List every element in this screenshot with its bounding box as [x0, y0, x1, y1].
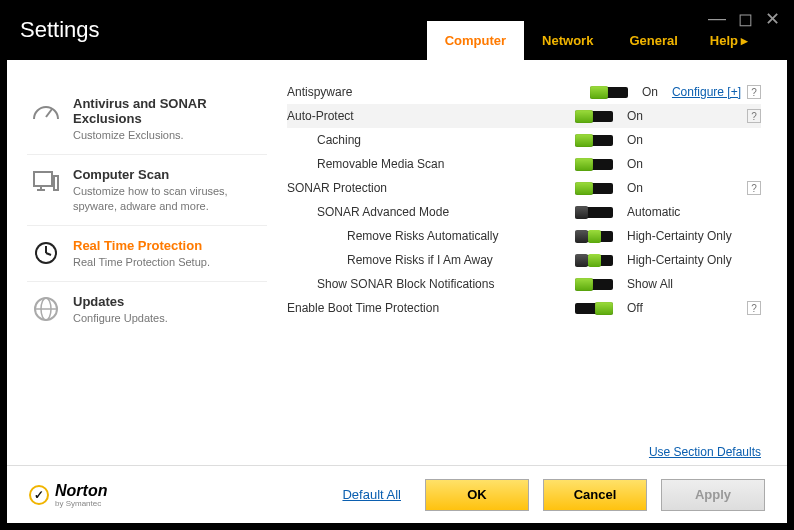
row-remove-away: Remove Risks if I Am Away High-Certainty… — [287, 248, 761, 272]
setting-label: Show SONAR Block Notifications — [287, 277, 575, 291]
toggle-caching[interactable] — [575, 135, 613, 146]
check-icon: ✓ — [29, 485, 49, 505]
row-sonar: SONAR Protection On ? — [287, 176, 761, 200]
toggle-remove-away[interactable] — [575, 255, 613, 266]
titlebar: Settings — ◻ ✕ Computer Network General … — [0, 0, 794, 60]
tab-general[interactable]: General — [611, 21, 695, 60]
ok-button[interactable]: OK — [425, 479, 529, 511]
sidebar-item-title: Antivirus and SONAR Exclusions — [73, 96, 263, 126]
footer: ✓ Norton by Symantec Default All OK Canc… — [7, 465, 787, 523]
setting-value: On — [627, 109, 747, 123]
tab-network[interactable]: Network — [524, 21, 611, 60]
clock-icon — [31, 238, 61, 268]
setting-label: Removable Media Scan — [287, 157, 575, 171]
setting-value: On — [627, 181, 747, 195]
brand-name: Norton — [55, 482, 107, 500]
svg-rect-2 — [54, 176, 58, 190]
tab-help-label: Help — [710, 33, 738, 48]
toggle-autoprotect[interactable] — [575, 111, 613, 122]
row-boot: Enable Boot Time Protection Off ? — [287, 296, 761, 320]
row-removable: Removable Media Scan On — [287, 152, 761, 176]
sidebar-item-computer-scan[interactable]: Computer Scan Customize how to scan viru… — [27, 155, 267, 226]
setting-label: Caching — [287, 133, 575, 147]
tab-bar: Computer Network General Help▸ — [427, 21, 754, 60]
tab-computer[interactable]: Computer — [427, 21, 524, 60]
setting-value: High-Certainty Only — [627, 229, 747, 243]
tab-help[interactable]: Help▸ — [696, 21, 754, 60]
toggle-sonar-adv[interactable] — [575, 207, 613, 218]
sidebar-item-title: Real Time Protection — [73, 238, 210, 253]
apply-button[interactable]: Apply — [661, 479, 765, 511]
body: Antivirus and SONAR Exclusions Customize… — [7, 60, 787, 465]
help-icon[interactable]: ? — [747, 85, 761, 99]
help-icon[interactable]: ? — [747, 109, 761, 123]
setting-value: On — [627, 133, 747, 147]
globe-icon — [31, 294, 61, 324]
row-sonar-adv: SONAR Advanced Mode Automatic — [287, 200, 761, 224]
close-icon[interactable]: ✕ — [765, 8, 780, 30]
content: Antivirus and SONAR Exclusions Customize… — [7, 60, 787, 523]
cancel-button[interactable]: Cancel — [543, 479, 647, 511]
row-show-block: Show SONAR Block Notifications Show All — [287, 272, 761, 296]
setting-value: On — [642, 85, 672, 99]
chevron-right-icon: ▸ — [741, 33, 748, 48]
setting-label: Auto-Protect — [287, 109, 575, 123]
setting-label: Enable Boot Time Protection — [287, 301, 575, 315]
setting-label: Remove Risks if I Am Away — [287, 253, 575, 267]
gauge-icon — [31, 96, 61, 126]
sidebar: Antivirus and SONAR Exclusions Customize… — [7, 60, 277, 465]
setting-value: Off — [627, 301, 747, 315]
sidebar-item-desc: Configure Updates. — [73, 311, 168, 325]
sidebar-item-title: Updates — [73, 294, 168, 309]
toggle-boot[interactable] — [575, 303, 613, 314]
row-autoprotect: Auto-Protect On ? — [287, 104, 761, 128]
page-title: Settings — [20, 17, 100, 43]
use-section-defaults-link[interactable]: Use Section Defaults — [649, 445, 761, 459]
sidebar-item-title: Computer Scan — [73, 167, 263, 182]
setting-label: Remove Risks Automatically — [287, 229, 575, 243]
setting-label: SONAR Advanced Mode — [287, 205, 575, 219]
svg-rect-1 — [34, 172, 52, 186]
toggle-antispyware[interactable] — [590, 87, 628, 98]
row-caching: Caching On — [287, 128, 761, 152]
sidebar-item-exclusions[interactable]: Antivirus and SONAR Exclusions Customize… — [27, 84, 267, 155]
sidebar-item-desc: Real Time Protection Setup. — [73, 255, 210, 269]
sidebar-item-updates[interactable]: Updates Configure Updates. — [27, 282, 267, 338]
sidebar-item-desc: Customize how to scan viruses, spyware, … — [73, 184, 263, 213]
toggle-remove-auto[interactable] — [575, 231, 613, 242]
sidebar-item-realtime[interactable]: Real Time Protection Real Time Protectio… — [27, 226, 267, 282]
setting-label: Antispyware — [287, 85, 590, 99]
settings-window: Settings — ◻ ✕ Computer Network General … — [0, 0, 794, 530]
configure-link[interactable]: Configure [+] — [672, 85, 741, 99]
toggle-removable[interactable] — [575, 159, 613, 170]
setting-label: SONAR Protection — [287, 181, 575, 195]
sidebar-item-desc: Customize Exclusions. — [73, 128, 263, 142]
toggle-sonar[interactable] — [575, 183, 613, 194]
help-icon[interactable]: ? — [747, 301, 761, 315]
brand-logo: ✓ Norton by Symantec — [29, 482, 107, 508]
svg-line-0 — [46, 109, 52, 117]
settings-panel: Antispyware On Configure [+] ? Auto-Prot… — [277, 60, 787, 465]
setting-value: Show All — [627, 277, 747, 291]
toggle-show-block[interactable] — [575, 279, 613, 290]
default-all-link[interactable]: Default All — [342, 487, 401, 502]
row-remove-auto: Remove Risks Automatically High-Certaint… — [287, 224, 761, 248]
setting-value: Automatic — [627, 205, 747, 219]
help-icon[interactable]: ? — [747, 181, 761, 195]
setting-value: High-Certainty Only — [627, 253, 747, 267]
brand-sub: by Symantec — [55, 500, 107, 508]
setting-value: On — [627, 157, 747, 171]
monitor-icon — [31, 167, 61, 197]
row-antispyware: Antispyware On Configure [+] ? — [287, 80, 761, 104]
